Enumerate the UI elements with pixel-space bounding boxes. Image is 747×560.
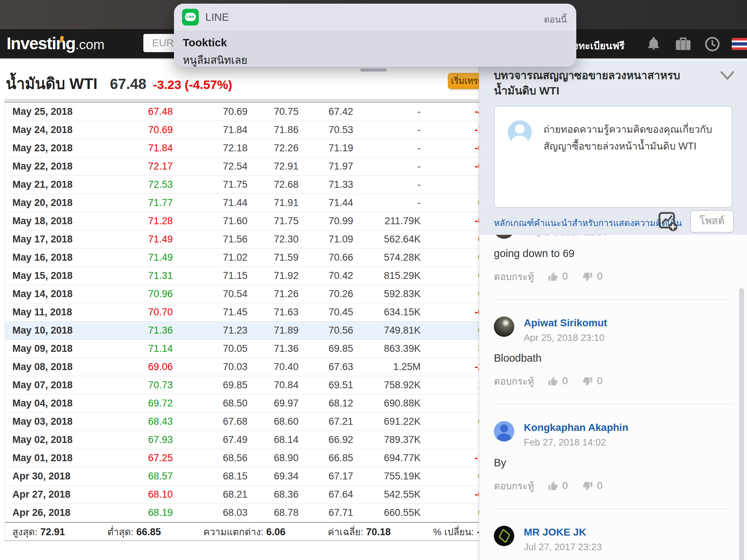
history-clock-icon[interactable]	[705, 36, 720, 52]
cell-high: 69.34	[248, 471, 299, 482]
cell-volume: 562.64K	[353, 234, 421, 245]
cell-open: 71.15	[173, 270, 248, 281]
comment-divider	[494, 299, 732, 300]
table-row: May 08, 2018 69.06 70.03 70.40 67.63 1.2…	[5, 358, 497, 376]
cell-low: 67.64	[298, 489, 353, 500]
cell-price: 71.31	[115, 270, 173, 281]
reply-link[interactable]: ตอบกระทู้	[494, 269, 534, 284]
cell-low: 71.19	[298, 143, 353, 154]
cell-price: 68.19	[115, 507, 173, 518]
dislikes-count: 0	[597, 376, 603, 387]
cell-price: 68.57	[115, 471, 173, 482]
cell-volume: -	[353, 179, 421, 190]
reply-link[interactable]: ตอบกระทู้	[494, 374, 534, 389]
cell-date: May 01, 2018	[5, 452, 115, 464]
summary-diff: ความแตกต่าง:6.06	[204, 524, 286, 539]
chevron-down-icon[interactable]	[719, 69, 735, 82]
cell-open: 72.18	[173, 143, 248, 154]
table-row: May 07, 2018 70.73 69.85 70.84 69.51 758…	[5, 376, 497, 394]
cell-volume: 1.25M	[353, 361, 421, 373]
cell-open: 70.03	[173, 361, 248, 373]
cell-date: May 09, 2018	[5, 343, 115, 354]
line-bubble-glyph: LINE	[185, 13, 196, 21]
cell-price: 67.48	[115, 106, 173, 117]
cell-price: 71.36	[115, 325, 173, 336]
cell-high: 72.68	[248, 179, 299, 190]
notification-drag-handle[interactable]	[360, 69, 387, 71]
thumbs-up-icon[interactable]	[547, 376, 559, 387]
cell-price: 69.72	[115, 398, 173, 409]
cell-open: 68.56	[173, 452, 248, 464]
table-row: May 25, 2018 67.48 70.69 70.75 67.42 - -…	[5, 103, 497, 121]
comment-divider	[494, 509, 732, 509]
thumbs-down-icon[interactable]	[582, 376, 593, 387]
cell-low: 70.53	[298, 124, 353, 136]
notification-app-name: LINE	[205, 11, 229, 23]
composer-placeholder: ถ่ายทอดความรู้ความคิดของคุณเกี่ยวกับ สัญ…	[543, 121, 721, 155]
thumbs-down-icon[interactable]	[582, 271, 593, 282]
comment-date: Jul 27, 2017 23:23	[524, 541, 602, 553]
cell-price: 69.06	[115, 361, 173, 373]
table-row: May 15, 2018 71.31 71.15 71.92 70.42 815…	[5, 267, 497, 285]
cell-high: 68.36	[248, 489, 299, 500]
cell-open: 70.05	[173, 343, 248, 354]
cell-high: 71.75	[248, 215, 299, 227]
cell-open: 71.60	[173, 215, 248, 227]
cell-price: 71.84	[115, 143, 173, 154]
likes-count: 0	[562, 480, 568, 491]
thai-flag-language-icon[interactable]	[732, 38, 747, 50]
cell-price: 68.43	[115, 416, 173, 427]
cell-high: 71.91	[248, 197, 299, 209]
commenter-name[interactable]: Apiwat Sirikomut	[524, 317, 607, 329]
notification-sender: Tooktick	[183, 36, 227, 49]
reply-link[interactable]: ตอบกระทู้	[494, 478, 534, 493]
cell-open: 71.84	[173, 124, 248, 136]
cell-high: 68.14	[248, 434, 299, 446]
cell-high: 68.60	[248, 416, 299, 427]
cell-high: 71.36	[248, 343, 299, 354]
logo-text: Investing	[7, 34, 75, 53]
commenter-name[interactable]: Kongkaphan Akaphin	[524, 422, 628, 433]
price-change: -3.23 (-4.57%)	[153, 78, 232, 92]
panel-scrollbar[interactable]	[739, 288, 744, 560]
cell-date: May 24, 2018	[5, 124, 115, 136]
bell-icon[interactable]	[646, 36, 661, 52]
cell-volume: 634.15K	[353, 307, 421, 318]
thumbs-up-icon[interactable]	[547, 481, 559, 491]
cell-date: May 08, 2018	[5, 361, 115, 373]
cell-date: Apr 30, 2018	[5, 471, 115, 482]
cell-low: 70.99	[298, 215, 353, 227]
thumbs-up-icon[interactable]	[547, 271, 559, 282]
cell-high: 71.86	[248, 124, 299, 136]
table-row: May 01, 2018 67.25 68.56 68.90 66.85 694…	[5, 449, 497, 467]
cell-price: 72.53	[115, 179, 173, 190]
investing-logo[interactable]: Investing.com	[7, 34, 105, 53]
attach-chart-icon[interactable]	[658, 211, 678, 232]
comment-composer[interactable]: ถ่ายทอดความรู้ความคิดของคุณเกี่ยวกับ สัญ…	[494, 106, 732, 208]
cell-high: 71.92	[248, 270, 299, 281]
cell-open: 71.02	[173, 252, 248, 263]
cell-volume: 758.92K	[353, 380, 421, 391]
commenter-avatar	[494, 526, 514, 546]
comment-item: MR JOKE JK Jul 27, 2017 23:23 It must be…	[494, 526, 732, 560]
thumbs-down-icon[interactable]	[582, 481, 593, 491]
comment-date: Apr 25, 2018 23:10	[524, 332, 607, 343]
cell-date: May 22, 2018	[5, 161, 115, 172]
portfolio-briefcase-icon[interactable]	[675, 37, 692, 51]
historical-data-table: May 25, 2018 67.48 70.69 70.75 67.42 - -…	[5, 99, 497, 541]
comment-item: Apiwat Sirikomut Apr 25, 2018 23:10 Bloo…	[494, 316, 732, 404]
comment-text: Bloodbath	[494, 352, 732, 364]
cell-volume: 815.29K	[353, 270, 421, 281]
line-notification[interactable]: LINE LINE ตอนนี้ Tooktick หนูลืมสนิทเลย	[174, 4, 576, 67]
cell-date: May 10, 2018	[5, 325, 115, 336]
commenter-name[interactable]: MR JOKE JK	[524, 526, 602, 538]
table-row: May 03, 2018 68.43 67.68 68.60 67.21 691…	[5, 413, 497, 431]
cell-low: 70.56	[298, 325, 353, 336]
cell-open: 68.21	[173, 489, 248, 500]
commenter-avatar	[494, 421, 514, 442]
cell-volume: 592.83K	[353, 288, 421, 300]
post-button[interactable]: โพสต์	[690, 210, 734, 233]
comment-guidelines-link[interactable]: หลักเกณฑ์คำแนะนำสำหรับการแสดงความคิดเห็น	[494, 216, 682, 230]
cell-open: 70.69	[173, 106, 248, 117]
cell-open: 71.23	[173, 325, 248, 336]
